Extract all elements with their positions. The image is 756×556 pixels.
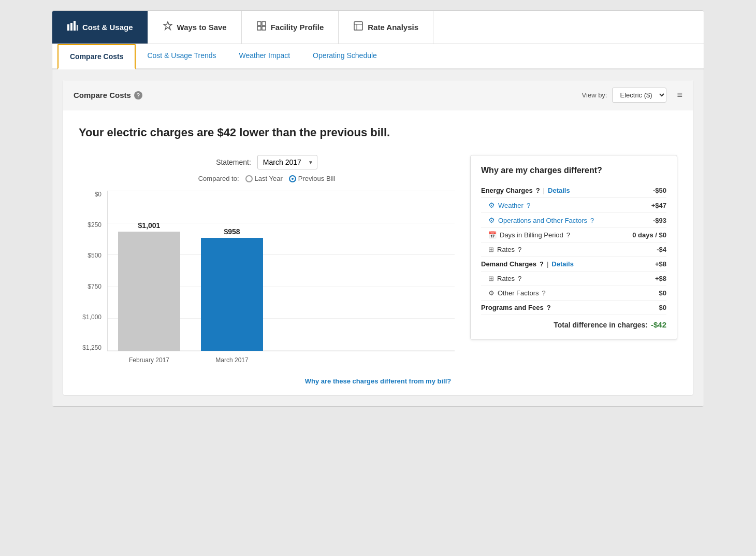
rates-energy-row: ⊞ Rates ? -$4 — [481, 243, 666, 257]
nav-rate-analysis[interactable]: Rate Analysis — [339, 11, 433, 44]
statement-select[interactable]: March 2017 — [257, 155, 317, 169]
programs-fees-label: Programs and Fees ? — [481, 304, 551, 311]
svg-rect-2 — [74, 21, 76, 31]
view-by-select[interactable]: Electric ($) — [612, 88, 666, 103]
other-factors-help-icon[interactable]: ? — [542, 289, 545, 297]
days-billing-value: 0 days / $0 — [632, 231, 666, 239]
energy-help-icon[interactable]: ? — [536, 187, 540, 194]
nav-cost-usage[interactable]: Cost & Usage — [52, 11, 148, 44]
weather-gear-icon: ⚙ — [488, 201, 495, 209]
view-by-label: View by: — [582, 91, 607, 99]
operations-help-icon[interactable]: ? — [590, 217, 594, 224]
bar-mar-rect — [201, 238, 263, 351]
bar-chart: $1,250 $1,000 $750 $500 $250 $0 — [79, 191, 455, 367]
other-factors-value: $0 — [659, 289, 666, 297]
y-label-0: $0 — [79, 191, 101, 198]
chart-section: Statement: March 2017 Compared to: — [79, 155, 455, 367]
nav-facility-profile-label: Facility Profile — [271, 23, 324, 32]
main-headline: Your electric charges are $42 lower than… — [79, 126, 677, 139]
operations-label: ⚙ Operations and Other Factors ? — [481, 216, 594, 224]
radio-last-year-circle — [245, 175, 253, 182]
bottom-link[interactable]: Why are these charges different from my … — [305, 377, 451, 385]
subnav-weather-impact[interactable]: Weather Impact — [228, 44, 302, 69]
energy-details-link[interactable]: Details — [548, 187, 570, 194]
bar-mar-label: March 2017 — [215, 357, 248, 364]
hamburger-icon[interactable]: ≡ — [677, 90, 682, 101]
energy-charges-label: Energy Charges ? | Details — [481, 187, 570, 194]
y-label-1250: $1,250 — [79, 344, 101, 351]
bottom-link-container: Why are these charges different from my … — [79, 377, 677, 385]
svg-rect-6 — [257, 26, 261, 30]
operations-row: ⚙ Operations and Other Factors ? -$93 — [481, 213, 666, 228]
weather-link[interactable]: Weather — [498, 202, 524, 209]
days-help-icon[interactable]: ? — [566, 231, 570, 239]
nav-facility-profile[interactable]: Facility Profile — [242, 11, 339, 44]
view-by-container: View by: Electric ($) ≡ — [582, 88, 682, 103]
subnav-operating-schedule[interactable]: Operating Schedule — [301, 44, 388, 69]
panel-title: Compare Costs ? — [74, 91, 142, 99]
rates-demand-help-icon[interactable]: ? — [518, 275, 521, 282]
rates-energy-value: -$4 — [657, 246, 666, 253]
demand-charges-value: +$8 — [655, 260, 666, 268]
charges-panel: Why are my charges different? Energy Cha… — [470, 155, 677, 340]
radio-previous-bill-circle — [289, 175, 296, 182]
bar-feb-value: $1,001 — [138, 221, 161, 230]
operations-gears-icon: ⚙ — [488, 216, 495, 224]
y-label-1000: $1,000 — [79, 313, 101, 321]
subnav-cost-usage-trends[interactable]: Cost & Usage Trends — [136, 44, 227, 69]
demand-details-link[interactable]: Details — [551, 260, 574, 268]
total-value: -$42 — [651, 320, 666, 329]
demand-help-icon[interactable]: ? — [540, 260, 544, 268]
charges-title: Why are my charges different? — [481, 166, 666, 175]
nav-cost-usage-label: Cost & Usage — [82, 23, 133, 32]
weather-label: ⚙ Weather ? — [481, 201, 530, 209]
panel-header: Compare Costs ? View by: Electric ($) ≡ — [63, 80, 693, 110]
radio-last-year[interactable]: Last Year — [245, 175, 283, 182]
chart-area: $1,001 February 2017 $958 March 2017 — [107, 191, 455, 351]
weather-value: +$47 — [651, 202, 666, 209]
radio-previous-bill[interactable]: Previous Bill — [289, 175, 336, 182]
sub-nav: Compare Costs Cost & Usage Trends Weathe… — [52, 44, 704, 69]
nav-ways-to-save[interactable]: Ways to Save — [148, 11, 242, 44]
bar-feb-label: February 2017 — [129, 357, 169, 364]
content-area: Compare Costs ? View by: Electric ($) ≡ … — [52, 69, 704, 406]
app-container: Cost & Usage Ways to Save Facility Profi… — [52, 10, 704, 407]
bar-feb-rect — [118, 232, 180, 351]
energy-charges-row: Energy Charges ? | Details -$50 — [481, 183, 666, 198]
total-row: Total difference in charges: -$42 — [481, 315, 666, 329]
other-factors-label: ⚙ Other Factors ? — [481, 289, 546, 297]
weather-help-icon[interactable]: ? — [527, 202, 530, 209]
rate-analysis-icon — [353, 21, 364, 34]
compared-row: Compared to: Last Year Previous Bill — [79, 175, 455, 182]
y-label-250: $250 — [79, 221, 101, 229]
nav-rate-analysis-label: Rate Analysis — [368, 23, 418, 32]
rates-demand-row: ⊞ Rates ? +$8 — [481, 272, 666, 286]
operations-link[interactable]: Operations and Other Factors — [498, 217, 587, 224]
compare-costs-panel: Compare Costs ? View by: Electric ($) ≡ … — [63, 80, 693, 396]
panel-help-icon[interactable]: ? — [134, 91, 142, 99]
compared-to-label: Compared to: — [198, 175, 239, 182]
top-nav: Cost & Usage Ways to Save Facility Profi… — [52, 11, 704, 44]
y-label-750: $750 — [79, 283, 101, 290]
svg-rect-1 — [70, 23, 72, 31]
programs-fees-value: $0 — [659, 304, 666, 311]
svg-rect-8 — [354, 22, 362, 30]
rates-energy-help-icon[interactable]: ? — [518, 246, 521, 253]
programs-fees-row: Programs and Fees ? $0 — [481, 301, 666, 315]
total-label: Total difference in charges: — [554, 321, 648, 329]
rates-energy-label: ⊞ Rates ? — [481, 246, 521, 253]
rates-energy-grid-icon: ⊞ — [488, 246, 494, 253]
panel-body: Your electric charges are $42 lower than… — [63, 110, 693, 395]
subnav-compare-costs[interactable]: Compare Costs — [57, 44, 136, 69]
programs-help-icon[interactable]: ? — [547, 304, 551, 311]
energy-charges-value: -$50 — [653, 187, 666, 194]
statement-select-wrapper: March 2017 — [257, 155, 317, 169]
svg-rect-4 — [257, 22, 261, 25]
nav-ways-to-save-label: Ways to Save — [177, 23, 227, 32]
cost-usage-icon — [67, 20, 78, 34]
operations-value: -$93 — [653, 217, 666, 224]
svg-rect-7 — [262, 26, 266, 30]
statement-label: Statement: — [216, 158, 251, 166]
other-factors-row: ⚙ Other Factors ? $0 — [481, 286, 666, 301]
chart-layout: Statement: March 2017 Compared to: — [79, 155, 677, 367]
